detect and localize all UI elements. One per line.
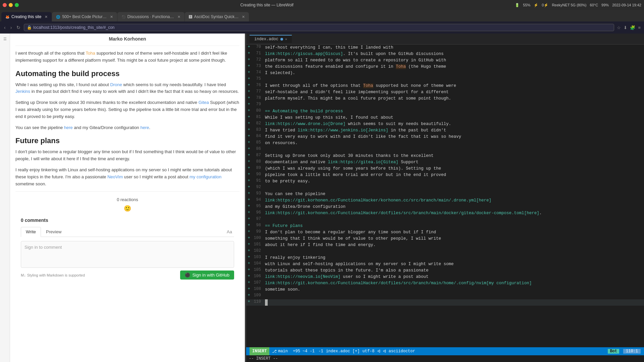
battery2-status: 99% (601, 3, 609, 7)
config-link-2[interactable]: my configuration (190, 174, 221, 179)
neovim-link[interactable]: NeoVim (107, 174, 123, 179)
tab-close-4[interactable]: ✕ (242, 15, 245, 19)
mode-indicator: INSERT (250, 347, 269, 355)
wifi-status: ReekyNET 5G (80%) (552, 3, 586, 7)
editor-line: +79 (246, 102, 644, 108)
window-title: Creating this site — LibreWolf (21, 3, 512, 7)
tab-write[interactable]: Write (21, 227, 41, 237)
editor-line: +94link:https://git.korhonen.cc/Function… (246, 197, 644, 204)
pipeline-link[interactable]: here (64, 125, 73, 130)
highlight-span: Toha (396, 64, 406, 69)
editor-line: +106link:https://neovim.io[NeoVim] user … (246, 274, 644, 280)
text-size-btn[interactable]: Aa (225, 228, 234, 236)
url-bar[interactable]: 🔒 localhost:1313/posts/creating_this_sit… (24, 24, 614, 31)
editor-line: +98== Future plans (246, 223, 644, 229)
status-bar: INSERT ⎇ main +95 ~4 -1 -1 index.adoc [+… (246, 347, 644, 355)
line-add-marker: + (246, 248, 252, 253)
line-number: 106 (252, 274, 264, 279)
line-number: 91 (252, 178, 264, 183)
drone-link[interactable]: Drone (110, 82, 122, 87)
editor-line: +89(which I was already using for some y… (246, 166, 644, 172)
automating-para-1: While I was setting up this site, I foun… (15, 81, 239, 96)
back-button[interactable]: ‹ (3, 24, 7, 31)
line-add-marker: + (246, 51, 252, 56)
bookmark-icon[interactable]: ☆ (616, 24, 622, 31)
status-right: Bot 110:1 (608, 349, 641, 354)
line-add-marker: + (246, 242, 252, 247)
line-number: 96 (252, 210, 264, 215)
reactions-count: 0 reactions (21, 197, 234, 202)
tab-label-2: 500+ Best Code Pictur… (62, 14, 106, 19)
file-tab[interactable]: index.adoc ✕ (250, 35, 292, 43)
maximize-button[interactable] (15, 3, 19, 7)
editor-line: +95and my Gitea/Drone configuration (246, 204, 644, 210)
gitea-link[interactable]: Gitea (199, 100, 209, 105)
battery-icon: 🔋 (515, 3, 520, 7)
editor-line: +81While I was setting up this site, I f… (246, 115, 644, 121)
tab-code-pictures[interactable]: 🌐 500+ Best Code Pictur… ✕ (52, 12, 117, 21)
sign-in-button[interactable]: ⚫ Sign in with GitHub (180, 270, 234, 280)
editor-line: +85on resources. (246, 140, 644, 146)
line-number: 89 (252, 166, 264, 170)
forward-button[interactable]: › (9, 24, 13, 31)
link-span: link:https://git.korhonen.cc/FunctionalH… (265, 211, 539, 216)
line-number: 81 (252, 115, 264, 119)
comments-section: 0 comments Write Preview Aa Sign in to c… (15, 218, 239, 280)
jenkins-link[interactable]: Jenkins (15, 89, 30, 94)
comments-count: 0 comments (21, 218, 234, 223)
close-button[interactable] (3, 3, 7, 7)
link-span: link:https://gitea.io[Gitea] (328, 160, 398, 165)
title-bar: Creating this site — LibreWolf 🔋 55% ⚡ 0… (0, 0, 644, 10)
editor-line: +93You can see the pipeline (246, 191, 644, 197)
automating-para-2: Setting up Drone took only about 30 minu… (15, 99, 239, 120)
editor-line: +82link:https://www.drone.io[Drone] whic… (246, 121, 644, 127)
branch-name: main (278, 349, 288, 354)
line-add-marker: + (246, 89, 252, 94)
file-close-btn[interactable]: ✕ (285, 37, 287, 41)
tab-label-4: AsciiDoc Syntax Quick… (194, 14, 239, 19)
tab-close-3[interactable]: ✕ (177, 15, 180, 19)
branch-icon: ⎇ (272, 349, 277, 354)
editor-body[interactable]: +70self-host everything I can, this time… (246, 45, 644, 347)
minimize-button[interactable] (9, 3, 13, 7)
tab-creating-this-site[interactable]: 🦊 Creating this site ✕ (1, 12, 52, 21)
tab-close-1[interactable]: ✕ (45, 15, 48, 19)
line-number: 84 (252, 134, 264, 138)
cursor (265, 299, 268, 306)
heading-marker: == Automating the build process (265, 109, 343, 114)
line-text: link:https://git.korhonen.cc/FunctionalH… (264, 280, 644, 287)
sidebar-toggle[interactable]: ☰ (0, 34, 10, 362)
battery-percent: 55% (523, 3, 530, 7)
menu-icon[interactable]: ≡ (637, 24, 641, 31)
filetype: asciidoctor (389, 349, 415, 354)
tab-bar: 🦊 Creating this site ✕ 🌐 500+ Best Code … (0, 10, 644, 21)
modified-indicator (280, 38, 283, 41)
tab-favicon-2: 🌐 (56, 15, 60, 19)
line-text: on resources. (264, 140, 644, 146)
config-link[interactable]: here (140, 125, 149, 130)
tab-discussions[interactable]: ⚫ Discussions · Functiona… ✕ (117, 12, 184, 21)
author-name: Marko Korhonen (15, 34, 239, 46)
future-para-2: I really enjoy tinkering with Linux and … (15, 167, 239, 187)
tab-asciidoc[interactable]: 🅰 AsciiDoc Syntax Quick… ✕ (185, 12, 249, 21)
line-add-marker: + (246, 96, 252, 100)
tab-close-2[interactable]: ✕ (110, 15, 113, 19)
tab-preview[interactable]: Preview (41, 227, 66, 237)
editor-line: +80== Automating the build process (246, 108, 644, 115)
line-number: 87 (252, 153, 264, 158)
download-icon[interactable]: ⬇ (623, 24, 628, 31)
reload-button[interactable]: ↻ (15, 24, 22, 31)
diff-icon-2: ᐊ (383, 349, 386, 354)
comment-input[interactable]: Sign in to comment (21, 241, 234, 268)
line-number: 74 (252, 70, 264, 75)
editor-line: +74I selected). (246, 70, 644, 76)
editor-line: +78platform myself. This might be a cool… (246, 96, 644, 102)
line-number: 90 (252, 172, 264, 177)
line-text (264, 299, 644, 306)
emoji-reaction-button[interactable]: 🙂 (124, 205, 131, 212)
line-text: sometime soon. (264, 287, 644, 293)
line-add-marker: + (246, 229, 252, 234)
git-branch: ⎇ main +95 ~4 -1 -1 (272, 349, 323, 354)
line-add-marker: + (246, 153, 252, 158)
extension-icon[interactable]: 🧩 (629, 24, 636, 31)
